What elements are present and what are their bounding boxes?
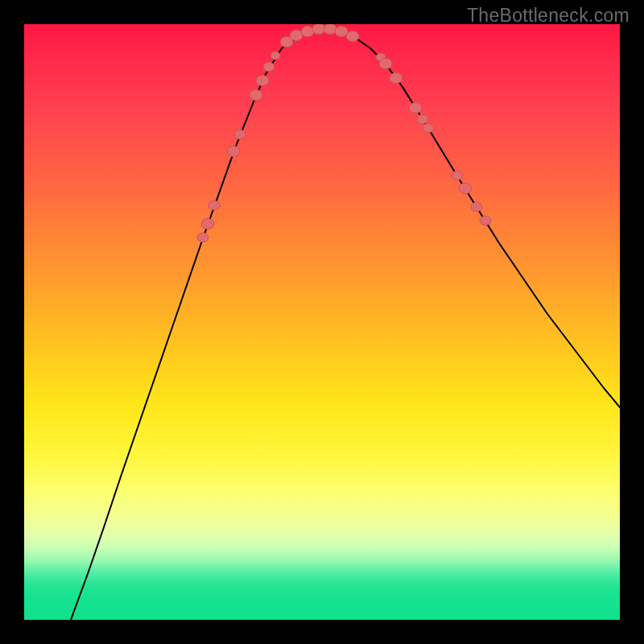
highlight-dot <box>324 24 336 35</box>
plot-area <box>24 24 620 620</box>
highlight-dot <box>390 72 402 83</box>
highlight-dot <box>197 233 208 242</box>
highlight-dot <box>201 218 214 229</box>
highlight-dot <box>335 26 348 36</box>
highlight-dots-group <box>197 24 491 242</box>
highlight-dot <box>409 102 422 113</box>
highlight-dot <box>417 114 428 123</box>
highlight-dot <box>263 62 275 71</box>
highlight-dot <box>270 52 280 60</box>
highlight-dot <box>250 89 262 100</box>
highlight-dot <box>301 26 314 36</box>
highlight-dot <box>452 171 463 180</box>
watermark-text: TheBottleneck.com <box>467 5 630 27</box>
highlight-dot <box>234 130 246 138</box>
highlight-dot <box>256 75 269 85</box>
highlight-dot <box>423 123 434 132</box>
highlight-dot <box>346 31 359 41</box>
highlight-dot <box>471 202 482 211</box>
bottleneck-curve <box>71 29 620 620</box>
highlight-dot <box>379 58 392 68</box>
highlight-dot <box>208 200 220 209</box>
curve-overlay <box>24 24 620 620</box>
highlight-dot <box>459 183 472 193</box>
highlight-dot <box>480 216 491 225</box>
chart-stage: TheBottleneck.com <box>0 0 644 644</box>
highlight-dot <box>227 146 240 156</box>
